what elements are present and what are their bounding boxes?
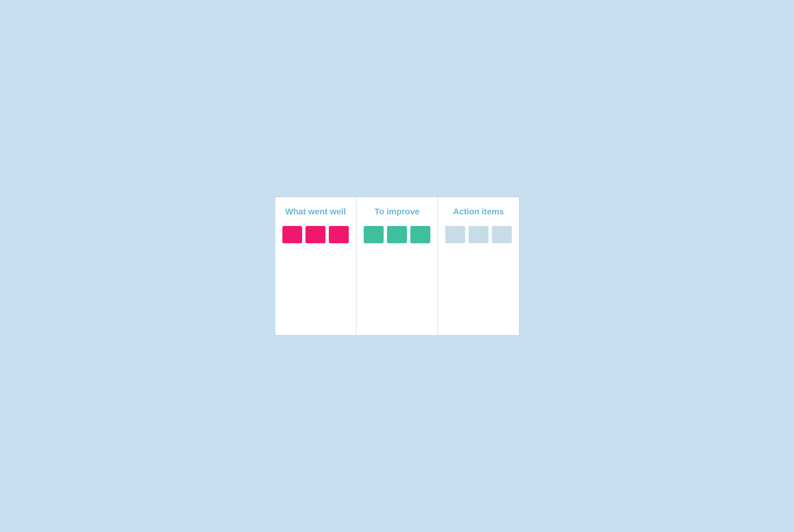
card-pink-2[interactable] bbox=[306, 226, 326, 243]
card-pink-3[interactable] bbox=[329, 226, 349, 243]
column-title-what-went-well: What went well bbox=[282, 207, 349, 216]
cards-row-to-improve bbox=[364, 226, 430, 243]
column-to-improve: To improve bbox=[356, 197, 438, 335]
retro-board: What went well To improve Action items bbox=[274, 196, 520, 336]
column-what-went-well: What went well bbox=[275, 197, 357, 335]
card-teal-1[interactable] bbox=[364, 226, 384, 243]
column-action-items: Action items bbox=[438, 197, 519, 335]
column-title-action-items: Action items bbox=[445, 207, 512, 216]
column-title-to-improve: To improve bbox=[364, 207, 430, 216]
cards-row-action-items bbox=[445, 226, 512, 243]
card-pink-1[interactable] bbox=[282, 226, 302, 243]
card-blue-3[interactable] bbox=[492, 226, 512, 243]
cards-row-what-went-well bbox=[282, 226, 349, 243]
card-teal-3[interactable] bbox=[410, 226, 430, 243]
card-teal-2[interactable] bbox=[387, 226, 407, 243]
card-blue-1[interactable] bbox=[445, 226, 465, 243]
card-blue-2[interactable] bbox=[468, 226, 488, 243]
outer-frame: What went well To improve Action items bbox=[265, 187, 530, 345]
